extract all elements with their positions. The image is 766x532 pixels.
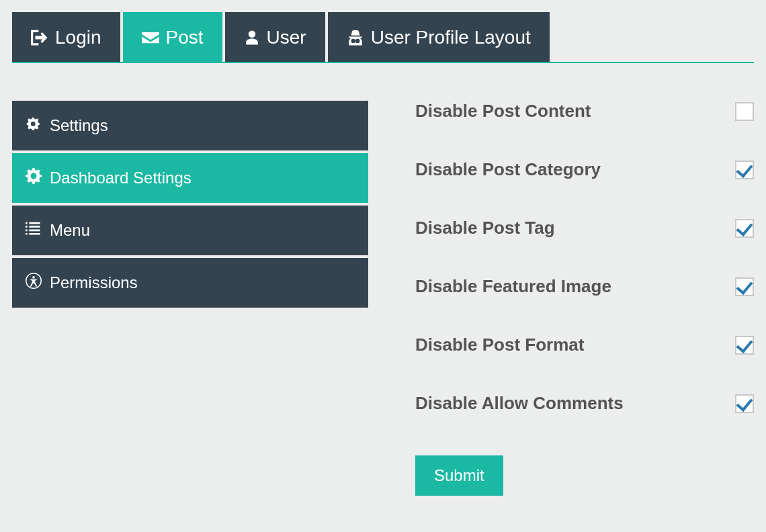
gears-icon [26, 116, 42, 136]
signin-icon [31, 29, 48, 46]
checkbox-disable-post-format[interactable] [735, 336, 754, 355]
sidebar-item-permissions[interactable]: Permissions [12, 258, 368, 308]
sidebar-item-menu[interactable]: Menu [12, 206, 368, 255]
option-label: Disable Post Content [415, 101, 591, 122]
accessibility-icon [26, 273, 42, 293]
sidebar-item-label: Permissions [50, 273, 138, 292]
tab-user-profile-layout[interactable]: User Profile Layout [328, 12, 550, 62]
list-icon [26, 220, 42, 240]
sidebar: Settings Dashboard Settings Menu Permiss… [12, 101, 368, 310]
checkbox-disable-post-tag[interactable] [735, 219, 754, 238]
envelope-icon [142, 29, 159, 46]
option-label: Disable Featured Image [415, 276, 611, 297]
option-row: Disable Featured Image [415, 276, 754, 297]
sidebar-item-label: Dashboard Settings [50, 169, 192, 187]
option-row: Disable Post Tag [415, 218, 754, 238]
tab-label: User [267, 27, 306, 48]
option-row: Disable Allow Comments [415, 393, 754, 414]
tab-label: User Profile Layout [371, 27, 531, 48]
gear-icon [26, 168, 42, 188]
secret-user-icon [347, 29, 364, 46]
sidebar-item-dashboard-settings[interactable]: Dashboard Settings [12, 153, 368, 203]
user-icon [244, 29, 260, 46]
option-row: Disable Post Format [415, 335, 754, 355]
sidebar-item-label: Menu [50, 221, 90, 240]
option-label: Disable Post Tag [415, 218, 555, 238]
submit-button[interactable]: Submit [415, 455, 503, 496]
tab-post[interactable]: Post [123, 12, 222, 62]
option-label: Disable Post Category [415, 159, 601, 180]
sidebar-item-settings[interactable]: Settings [12, 101, 368, 150]
tab-login[interactable]: Login [12, 12, 120, 62]
checkbox-disable-allow-comments[interactable] [735, 394, 754, 413]
option-row: Disable Post Content [415, 101, 754, 122]
option-label: Disable Post Format [415, 335, 584, 355]
top-tabs: Login Post User User Profile Layout [12, 12, 754, 63]
checkbox-disable-featured-image[interactable] [735, 277, 754, 296]
checkbox-disable-post-content[interactable] [735, 102, 754, 121]
sidebar-item-label: Settings [50, 116, 108, 135]
option-label: Disable Allow Comments [415, 393, 624, 414]
tab-user[interactable]: User [225, 12, 325, 62]
option-row: Disable Post Category [415, 159, 754, 180]
checkbox-disable-post-category[interactable] [735, 161, 754, 179]
settings-panel: Disable Post Content Disable Post Catego… [368, 101, 754, 496]
tab-label: Post [166, 27, 204, 48]
tab-label: Login [55, 27, 101, 48]
